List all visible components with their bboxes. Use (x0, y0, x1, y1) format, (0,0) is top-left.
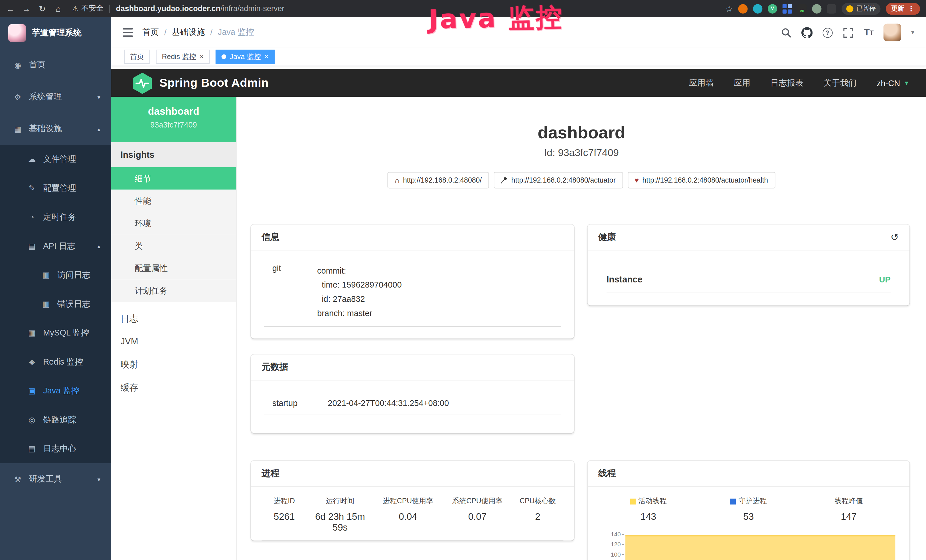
divider (262, 540, 563, 540)
metadata-card: 元数据 startup 2021-04-27T00:44:31.254+08:0… (251, 354, 574, 433)
sidebar-item-label: MySQL 监控 (43, 327, 89, 338)
back-icon[interactable]: ← (2, 4, 18, 13)
history-icon[interactable]: ↺ (890, 231, 899, 243)
extension-icon[interactable] (753, 4, 762, 13)
forward-icon[interactable]: → (18, 4, 34, 13)
sba-brand[interactable]: Spring Boot Admin (132, 72, 269, 94)
process-card: 进程 进程ID5261 运行时间6d 23h 15m 59s 进程CPU使用率0… (251, 461, 574, 540)
divider (109, 5, 110, 13)
chart-plot-area (625, 527, 896, 559)
sidebar-item-log-center[interactable]: ▤ 日志中心 (0, 434, 111, 463)
extension-icon[interactable] (812, 4, 822, 13)
sidebar-item-system-management[interactable]: ⚙ 系统管理 ▾ (0, 81, 111, 113)
close-icon[interactable]: × (200, 53, 204, 60)
actuator-link[interactable]: http://192.168.0.2:48080/actuator (494, 172, 623, 189)
chevron-up-icon: ▴ (98, 126, 100, 132)
sidebar-item-label: 基础设施 (29, 124, 62, 134)
wrench-icon (501, 177, 508, 184)
user-avatar[interactable] (884, 24, 901, 41)
header-actions: ? TT ▼ (780, 24, 915, 41)
browser-home-icon[interactable]: ⌂ (50, 4, 66, 13)
extension-icon[interactable] (738, 4, 748, 13)
locale-caret-icon: ▼ (904, 80, 910, 86)
breadcrumb-current: Java 监控 (218, 27, 254, 38)
sba-nav-about[interactable]: 关于我们 (824, 77, 857, 88)
legend-label: 活动线程 (638, 496, 666, 506)
tab-redis-monitor[interactable]: Redis 监控× (156, 50, 210, 64)
sba-item-config-props[interactable]: 配置属性 (111, 257, 236, 280)
sba-item-caches[interactable]: 缓存 (111, 376, 236, 399)
sba-item-jvm[interactable]: JVM (111, 330, 236, 353)
bookmark-star-icon[interactable]: ☆ (726, 4, 733, 13)
extensions-puzzle-icon[interactable] (827, 4, 836, 13)
peak-threads-value: 147 (841, 512, 856, 522)
paused-badge[interactable]: 已暂停 (841, 3, 881, 14)
browser-menu-icon[interactable]: ⋮ (908, 5, 915, 13)
reload-icon[interactable]: ↻ (34, 4, 50, 13)
git-branch-line: branch: master (317, 306, 561, 320)
home-icon: ⌂ (395, 176, 399, 184)
threads-legend: 活动线程 143 守护进程 53 线程峰值 147 (598, 496, 899, 522)
sidebar-item-java-monitor[interactable]: ▣ Java 监控 (0, 376, 111, 405)
sidebar-item-dev-tools[interactable]: ⚒ 研发工具 ▾ (0, 463, 111, 495)
document-icon: ▥ (40, 271, 52, 279)
sba-nav-applications[interactable]: 应用 (734, 77, 750, 88)
sidebar-item-access-logs[interactable]: ▥ 访问日志 (0, 260, 111, 289)
sba-item-scheduled-tasks[interactable]: 计划任务 (111, 279, 236, 302)
github-icon[interactable] (801, 27, 813, 38)
locale-selector[interactable]: zh-CN▼ (877, 78, 909, 88)
sidebar-item-mysql-monitor[interactable]: ▦ MySQL 监控 (0, 318, 111, 347)
metadata-card-title: 元数据 (262, 362, 288, 372)
sba-item-environment[interactable]: 环境 (111, 212, 236, 235)
health-link[interactable]: ♥http://192.168.0.2:48080/actuator/healt… (627, 172, 775, 189)
sidebar-item-config-management[interactable]: ✎ 配置管理 (0, 174, 111, 203)
update-button[interactable]: 更新⋮ (886, 3, 920, 14)
sidebar-item-file-management[interactable]: ☁ 文件管理 (0, 145, 111, 173)
sba-nav-wallboard[interactable]: 应用墙 (689, 77, 714, 88)
avatar-caret-icon[interactable]: ▼ (910, 30, 915, 36)
close-icon[interactable]: × (264, 53, 269, 60)
sba-item-mappings[interactable]: 映射 (111, 353, 236, 376)
search-icon[interactable] (780, 27, 792, 38)
font-size-icon[interactable]: TT (863, 27, 875, 38)
hamburger-icon[interactable] (123, 28, 133, 37)
fullscreen-icon[interactable] (842, 27, 854, 38)
address-bar[interactable]: ⚠ 不安全 dashboard.yudao.iocoder.cn/infra/a… (72, 3, 726, 14)
vue-devtools-icon[interactable]: V (768, 4, 777, 13)
axis-tick: 120 (598, 539, 624, 549)
sidebar-item-scheduled-jobs[interactable]: ◔ 定时任务 (0, 203, 111, 232)
tab-home[interactable]: 首页 (124, 50, 150, 64)
sidebar-item-redis-monitor[interactable]: ◈ Redis 监控 (0, 348, 111, 376)
sidebar-item-error-logs[interactable]: ▥ 错误日志 (0, 289, 111, 318)
sba-item-metrics[interactable]: 性能 (111, 190, 236, 212)
startup-label: startup (264, 398, 328, 408)
page-subtitle: Id: 93a3fc7f7409 (237, 147, 926, 159)
tags-view-bar: 首页 Redis 监控× Java 监控× (111, 48, 926, 66)
help-icon[interactable]: ? (822, 27, 833, 38)
sba-item-details[interactable]: 细节 (111, 167, 236, 190)
legend-label: 线程峰值 (834, 496, 863, 506)
clock-icon: ◔ (26, 212, 38, 221)
extension-on-icon[interactable]: on (797, 4, 807, 13)
url-path: /infra/admin-server (221, 4, 284, 13)
sidebar-item-home[interactable]: ◉ 首页 (0, 49, 111, 81)
sba-nav-journal[interactable]: 日志报表 (770, 77, 803, 88)
sidebar-item-tracing[interactable]: ◎ 链路追踪 (0, 406, 111, 434)
sba-item-classes[interactable]: 类 (111, 235, 236, 257)
breadcrumb-home[interactable]: 首页 (142, 27, 159, 38)
sidebar-item-api-logs[interactable]: ▤ API 日志 ▴ (0, 232, 111, 260)
breadcrumb-infrastructure[interactable]: 基础设施 (172, 27, 205, 38)
app-logo[interactable]: 芋道管理系统 (0, 17, 111, 49)
breadcrumb-separator: / (164, 28, 166, 37)
extension-grid-icon[interactable] (782, 4, 792, 13)
tab-java-monitor[interactable]: Java 监控× (216, 50, 274, 64)
instance-home-link[interactable]: ⌂http://192.168.0.2:48080/ (387, 172, 489, 189)
sidebar-item-infrastructure[interactable]: ▦ 基础设施 ▴ (0, 113, 111, 145)
sba-item-loggers[interactable]: 日志 (111, 307, 236, 330)
url-domain: dashboard.yudao.iocoder.cn (116, 4, 220, 13)
process-cpu-value: 0.04 (399, 512, 417, 522)
live-threads-value: 143 (640, 512, 656, 522)
startup-row: startup 2021-04-27T00:44:31.254+08:00 (264, 398, 561, 415)
tab-label: Redis 监控 (162, 51, 196, 62)
instance-header[interactable]: dashboard 93a3fc7f7409 (111, 97, 236, 142)
